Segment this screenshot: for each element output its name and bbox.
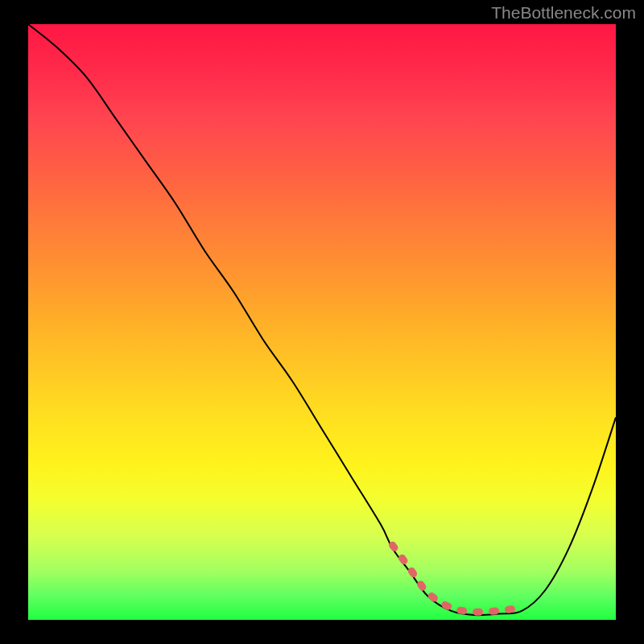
plot-area [28,24,616,620]
watermark-text: TheBottleneck.com [491,3,636,23]
optimal-zone-markers [393,545,522,612]
chart-container: TheBottleneck.com [0,0,644,644]
curve-svg [28,24,616,620]
bottleneck-curve-line [28,24,616,615]
